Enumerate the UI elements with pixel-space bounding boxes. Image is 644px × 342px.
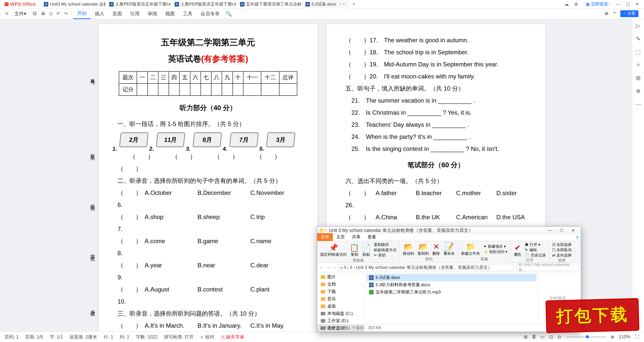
path-field[interactable]: « 3 › 3 › Unit 3 My school calendar 单元达标… — [338, 264, 514, 271]
doc-tab[interactable]: W人教PEP版英语五年级下册Unit3Mys… — [106, 0, 171, 9]
ribbon-tab-view[interactable]: 查看 — [364, 233, 380, 241]
doc-tab-active[interactable]: W5.3试卷.docx○ × — [302, 0, 349, 9]
ribbon-tab-home[interactable]: 主页 — [333, 233, 348, 241]
app-icon[interactable]: ⊞ — [574, 2, 578, 6]
select-invert[interactable]: ⇄ 反向选择 — [552, 253, 572, 258]
cloud-icon[interactable]: ☁ — [565, 2, 569, 6]
back-icon[interactable]: ← — [319, 265, 324, 270]
ribbon-tab-file[interactable]: 文件 — [317, 233, 333, 241]
search-icon[interactable]: 🔍 — [224, 11, 234, 17]
forward-icon[interactable]: → — [326, 265, 331, 270]
new-item[interactable]: ✦ 新建项目 ▾ — [483, 244, 508, 249]
save-icon[interactable]: 🖫 — [30, 11, 39, 16]
status-item: ⚠ 缺失字体 — [221, 334, 244, 340]
nav-pane[interactable]: 图片 文档 下载 音乐 桌面 本地磁盘 (C:) 工作室 (D:) 老硬盘 (E… — [317, 272, 365, 324]
doc-tab[interactable]: W五年级下册英语第三单元达标测试卷 — [236, 0, 302, 9]
view-icon[interactable]: ⊞ — [524, 334, 528, 340]
tab-insert[interactable]: 插入 — [91, 9, 108, 19]
nav-item[interactable]: 桌面 — [317, 303, 365, 310]
file-menu[interactable]: 文件 ▾ — [10, 9, 30, 19]
download-stamp[interactable]: 打包下载 — [545, 298, 639, 333]
nav-item[interactable]: 下载 — [317, 288, 365, 295]
select-all[interactable]: ☑ 全部选择 — [552, 242, 572, 247]
rename-icon[interactable]: 📝 — [445, 242, 454, 251]
add-tab-button[interactable]: + — [349, 1, 359, 7]
doc-tab[interactable]: WUnit3 My school calendar 达标检… — [40, 0, 106, 9]
tab-start[interactable]: 开始 — [73, 9, 91, 19]
view-icon[interactable]: ≣ — [532, 334, 536, 340]
tab-reference[interactable]: 引用 — [126, 9, 144, 19]
nav-item[interactable]: 文档 — [317, 281, 365, 288]
file-explorer-window[interactable]: 📁▾ Unit 3 My school calendar 单元达标检测卷（含答案… — [317, 226, 581, 332]
delete-icon[interactable]: ✕ — [433, 242, 439, 251]
close-icon[interactable]: ○ × — [339, 2, 345, 7]
close-icon[interactable]: ✕ — [635, 2, 639, 6]
edit-btn[interactable]: ✎ 编辑 — [524, 247, 546, 253]
sync-icon[interactable]: ⟳ — [605, 11, 609, 17]
view-icon[interactable]: ▭ — [540, 334, 545, 340]
help-icon[interactable]: ? — [576, 236, 578, 241]
copyto-icon[interactable]: 📂 — [419, 242, 428, 251]
zoom-in[interactable]: ⊕ — [611, 334, 614, 340]
maximize-icon[interactable]: ▢ — [626, 2, 630, 6]
maximize-icon[interactable]: ☐ — [556, 228, 567, 233]
print-icon[interactable]: 🖶 — [39, 11, 48, 16]
nav-item[interactable]: 本地磁盘 (C:) — [317, 310, 365, 317]
copy-path[interactable]: 复制路径 — [373, 242, 397, 247]
zoom-slider[interactable] — [566, 336, 606, 337]
properties-icon[interactable]: ✔ — [514, 243, 521, 252]
file-item[interactable]: ♪五年级第二学期第三单元听力.mp3 — [367, 288, 537, 296]
up-icon[interactable]: ↑ — [333, 265, 336, 270]
question-heading: 三、听录音，选择你所听到问题的答语。（共 10 分） — [115, 308, 301, 320]
open-btn[interactable]: ▣ 打开 ▾ — [524, 242, 546, 247]
tab-view[interactable]: 视图 — [161, 9, 179, 19]
paste-shortcut[interactable]: 粘贴快捷方式 — [373, 247, 397, 253]
minimize-icon[interactable]: — — [544, 228, 556, 233]
tab-vip[interactable]: 会员专享 — [196, 9, 224, 19]
share-button[interactable]: ♂ 分享 — [620, 10, 638, 17]
pin-icon[interactable]: 📌 — [329, 243, 338, 252]
login-button[interactable]: ◉ 立即登录 — [583, 2, 611, 7]
minimize-icon[interactable]: — — [616, 2, 620, 6]
nav-item[interactable]: 图片 — [317, 273, 365, 281]
file-item[interactable]: W5.3试卷.docx — [367, 274, 537, 281]
edit-icon[interactable]: ✎ — [636, 36, 640, 42]
undo-icon[interactable]: ↶ — [54, 11, 62, 17]
new-folder-icon[interactable]: 📁 — [466, 242, 475, 251]
side-label: 姓名 — [90, 150, 96, 154]
search-input[interactable]: 在 Unit 3 My school calendar 单… — [516, 264, 579, 271]
menu-bar: ≡ 文件 ▾ 🖫 🖶 ⎙ ↶ ↷ 开始 插入 页面 引用 审阅 视图 工具 会员… — [0, 9, 644, 19]
fullscreen-icon[interactable]: ⛶ — [635, 334, 639, 339]
shapes-icon[interactable]: ✧ — [636, 62, 640, 68]
zoom-level[interactable]: 110% — [619, 334, 630, 339]
file-item[interactable]: W5.3听力材料和参考答案.docx — [367, 281, 537, 288]
history-btn[interactable]: 🕘 历史记录 — [524, 253, 546, 258]
easy-access[interactable]: ⚡ 轻松访问 ▾ — [483, 249, 508, 254]
copy-icon[interactable]: 📋 — [350, 243, 359, 252]
pin-icon[interactable]: ⌃ — [613, 11, 616, 17]
close-icon[interactable]: ✕ — [567, 228, 579, 233]
file-list[interactable]: W5.3试卷.docx W5.3听力材料和参考答案.docx ♪五年级第二学期第… — [365, 272, 538, 324]
nav-item[interactable]: 工作室 (D:) — [317, 317, 365, 324]
cut[interactable]: ✂ 剪切 — [373, 253, 397, 258]
select-none[interactable]: ☐ 全部取消 — [552, 247, 572, 253]
layout-icon[interactable]: ⊞ — [636, 75, 640, 81]
select-icon[interactable]: ⬚ — [635, 49, 641, 55]
paste-icon[interactable]: 📄 — [361, 243, 371, 252]
status-item: 页面: 1/5 — [25, 334, 43, 340]
move-icon[interactable]: 📂 — [404, 242, 413, 251]
settings-icon[interactable]: ✲ — [636, 88, 640, 95]
zoom-out[interactable]: ⊖ — [557, 334, 561, 340]
arrow-icon[interactable]: ▷ — [636, 23, 640, 29]
menu-icon[interactable]: ≡ — [4, 11, 10, 16]
nav-item[interactable]: 音乐 — [317, 295, 365, 303]
more-icon[interactable]: ⋯ — [635, 101, 641, 108]
preview-icon[interactable]: ⎙ — [48, 11, 54, 16]
doc-tab[interactable]: W人教PEP版英语五年级下册Unit3Mys… — [171, 0, 236, 9]
redo-icon[interactable]: ↷ — [62, 11, 70, 17]
tab-page[interactable]: 页面 — [108, 9, 126, 19]
tab-review[interactable]: 审阅 — [144, 9, 161, 19]
tab-tools[interactable]: 工具 — [179, 9, 196, 19]
view-icon[interactable]: ⊡ — [549, 334, 553, 340]
ribbon-tab-share[interactable]: 共享 — [348, 233, 364, 241]
